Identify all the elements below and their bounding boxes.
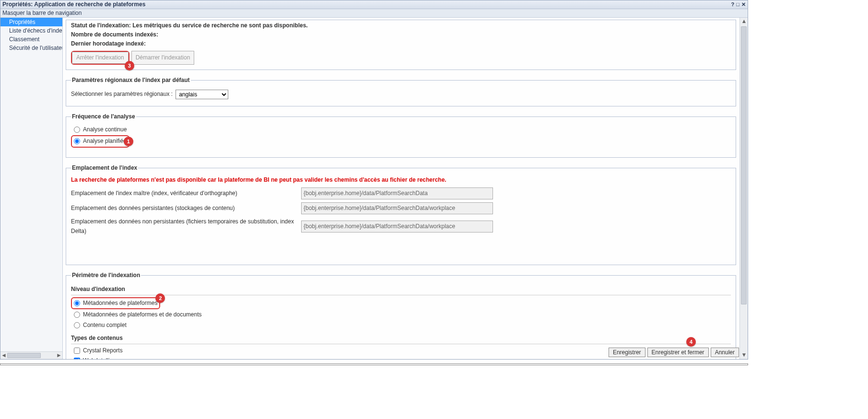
scroll-vthumb[interactable]	[741, 26, 747, 304]
persistent-data-label: Emplacement des données persistantes (st…	[71, 204, 296, 213]
continuous-crawl-label: Analyse continue	[83, 125, 127, 134]
master-index-label: Emplacement de l'index maître (index, vé…	[71, 189, 296, 198]
scroll-thumb[interactable]	[7, 353, 41, 358]
nonpersistent-data-label: Emplacement des données non persistantes…	[71, 217, 296, 235]
callout-badge-4: 4	[686, 337, 696, 347]
content-types-legend: Types de contenus	[71, 334, 731, 344]
callout-badge-2: 2	[155, 293, 165, 303]
save-close-button[interactable]: Enregistrer et fermer	[647, 348, 709, 357]
full-content-radio[interactable]	[74, 322, 80, 328]
callout-badge-3: 3	[125, 61, 134, 70]
status-value: Les métriques du service de recherche ne…	[132, 22, 307, 29]
path-grid: Emplacement de l'index maître (index, vé…	[71, 187, 731, 236]
window-controls: ? □ ✕	[731, 0, 746, 9]
persistent-data-input[interactable]	[301, 202, 493, 214]
indexing-status-panel: Statut de l'indexation: Les métriques du…	[66, 20, 736, 70]
indexing-scope-panel: Périmètre de l'indexation Niveau d'index…	[66, 271, 736, 359]
body-split: Propriétés Liste d'échecs d'indexation C…	[0, 18, 748, 359]
indexing-button-row: Arrêter l'indexation 3 Démarrer l'indexa…	[71, 51, 731, 65]
type-webi-label: Web Intelligence	[83, 356, 126, 359]
type-crystal-label: Crystal Reports	[83, 346, 123, 355]
indexing-level-legend: Niveau d'indexation	[71, 285, 731, 295]
sidebar: Propriétés Liste d'échecs d'indexation C…	[0, 18, 63, 359]
locale-legend: Paramètres régionaux de l'index par défa…	[71, 76, 191, 85]
status-label: Statut de l'indexation:	[71, 22, 131, 29]
doc-count-label: Nombre de documents indexés:	[71, 30, 731, 39]
sidebar-item-user-security[interactable]: Sécurité de l'utilisateur	[0, 44, 62, 52]
full-content-label: Contenu complet	[83, 321, 127, 330]
stop-indexing-button[interactable]: Arrêter l'indexation	[72, 52, 129, 64]
platform-metadata-highlight: Métadonnées de plateformes 2	[71, 297, 160, 309]
index-location-legend: Emplacement de l'index	[71, 163, 138, 173]
scroll-up-icon[interactable]: ▲	[740, 18, 748, 25]
scheduled-crawl-option[interactable]: Analyse planifiée	[74, 137, 127, 146]
save-button[interactable]: Enregistrer	[609, 348, 645, 357]
maximize-icon[interactable]: □	[736, 0, 739, 9]
footer-button-bar: Enregistrer Enregistrer et fermer Annule…	[609, 348, 739, 357]
full-content-option[interactable]: Contenu complet	[74, 321, 731, 330]
default-index-locale-panel: Paramètres régionaux de l'index par défa…	[66, 76, 736, 106]
locale-select-label: Sélectionner les paramètres régionaux :	[71, 90, 173, 99]
frequency-legend: Fréquence de l'analyse	[71, 112, 136, 121]
sidebar-item-index-failure-list[interactable]: Liste d'échecs d'indexation	[0, 26, 62, 35]
type-webi-checkbox[interactable]	[74, 358, 80, 359]
sidebar-item-properties[interactable]: Propriétés	[0, 18, 62, 26]
help-icon[interactable]: ?	[731, 0, 735, 9]
status-row: Statut de l'indexation: Les métriques du…	[71, 21, 731, 30]
index-location-error: La recherche de plateformes n'est pas di…	[71, 175, 731, 185]
locale-select[interactable]: anglais	[176, 90, 228, 99]
callout-badge-1: 1	[124, 137, 133, 146]
window-title: Propriétés: Application de recherche de …	[2, 0, 731, 9]
sidebar-horizontal-scrollbar[interactable]: ◄ ►	[0, 351, 62, 359]
continuous-crawl-radio[interactable]	[74, 127, 80, 133]
platform-metadata-option[interactable]: Métadonnées de plateformes	[74, 299, 157, 308]
scope-legend: Périmètre de l'indexation	[71, 271, 141, 280]
cancel-button[interactable]: Annuler	[711, 348, 739, 357]
scheduled-crawl-highlight: Analyse planifiée 1	[71, 135, 129, 147]
platform-metadata-label: Métadonnées de plateformes	[83, 299, 157, 308]
close-icon[interactable]: ✕	[741, 0, 746, 9]
index-location-panel: Emplacement de l'index La recherche de p…	[66, 163, 736, 265]
scheduled-crawl-radio[interactable]	[74, 138, 80, 144]
scheduled-crawl-label: Analyse planifiée	[83, 137, 127, 146]
content-vertical-scrollbar[interactable]: ▲ ▼	[739, 18, 748, 359]
sidebar-item-ranking[interactable]: Classement	[0, 35, 62, 44]
content-area: ▲ ▼ Statut de l'indexation: Les métrique…	[63, 18, 748, 359]
stop-indexing-highlight: Arrêter l'indexation 3	[71, 51, 129, 65]
continuous-crawl-option[interactable]: Analyse continue	[74, 125, 731, 134]
platform-docs-metadata-label: Métadonnées de plateformes et de documen…	[83, 310, 202, 319]
locale-row: Sélectionner les paramètres régionaux : …	[71, 90, 731, 99]
hide-navigation-link[interactable]: Masquer la barre de navigation	[2, 10, 82, 16]
sidebar-items: Propriétés Liste d'échecs d'indexation C…	[0, 18, 62, 351]
navigation-bar: Masquer la barre de navigation	[0, 9, 748, 18]
properties-window: Propriétés: Application de recherche de …	[0, 0, 748, 360]
start-indexing-button[interactable]: Démarrer l'indexation	[131, 51, 195, 65]
scroll-down-icon[interactable]: ▼	[740, 351, 748, 359]
platform-docs-metadata-option[interactable]: Métadonnées de plateformes et de documen…	[74, 310, 731, 319]
scroll-left-icon[interactable]: ◄	[0, 352, 7, 359]
master-index-input[interactable]	[301, 187, 493, 199]
platform-metadata-radio[interactable]	[74, 300, 80, 306]
crawl-frequency-panel: Fréquence de l'analyse Analyse continue …	[66, 112, 736, 158]
timestamp-label: Dernier horodatage indexé:	[71, 39, 731, 48]
window-titlebar: Propriétés: Application de recherche de …	[0, 0, 748, 9]
outer-bottom-border	[0, 363, 748, 365]
scroll-right-icon[interactable]: ►	[56, 352, 62, 359]
platform-docs-metadata-radio[interactable]	[74, 312, 80, 318]
nonpersistent-data-input[interactable]	[301, 221, 493, 233]
type-crystal-checkbox[interactable]	[74, 348, 80, 354]
